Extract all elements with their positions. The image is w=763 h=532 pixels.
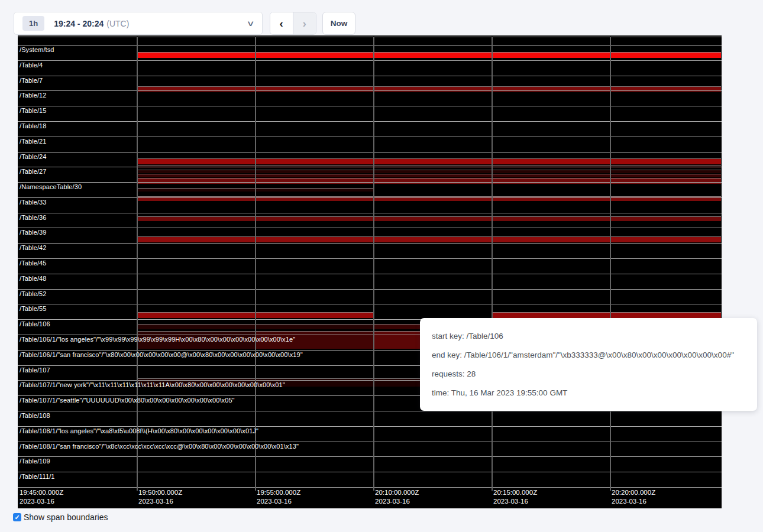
span-boundary-line (18, 426, 722, 427)
tooltip-line: end key: /Table/106/1/"amsterdam"/"\xb33… (432, 351, 751, 359)
row-label: /Table/107 (20, 366, 50, 374)
heat-band[interactable] (137, 158, 255, 164)
heat-band[interactable] (137, 178, 255, 184)
row-label: /Table/108/1/"los angeles"/"\xa8\xf5\u00… (20, 427, 258, 434)
chevron-right-icon: › (303, 18, 306, 29)
row-label: /Table/106/1/"san francisco"/"\x80\x00\x… (20, 351, 303, 358)
time-axis-label: 20:10:00.000Z2023-03-16 (375, 488, 419, 506)
heat-band[interactable] (492, 236, 610, 242)
span-boundary-line (18, 411, 722, 411)
heat-band[interactable] (492, 158, 610, 164)
span-boundary-line (18, 37, 722, 37)
heat-band[interactable] (610, 52, 721, 58)
time-axis-label: 19:55:00.000Z2023-03-16 (257, 488, 300, 506)
heat-band[interactable] (492, 52, 610, 58)
row-label: /Table/42 (20, 244, 47, 251)
span-boundary-line (18, 152, 722, 153)
row-label: /Table/55 (20, 305, 47, 312)
chevron-down-icon: ∨ (247, 19, 255, 28)
heat-band[interactable] (610, 170, 721, 173)
heat-band[interactable] (373, 174, 492, 177)
span-boundary-line (18, 90, 722, 91)
heat-band[interactable] (137, 174, 255, 177)
span-boundary-line (18, 213, 722, 213)
heat-band[interactable] (492, 312, 610, 318)
heat-band[interactable] (373, 178, 492, 184)
heat-band[interactable] (137, 312, 255, 318)
heat-band[interactable] (255, 216, 373, 221)
row-label: /Table/106/1/"los angeles"/"\x99\x99\x99… (20, 336, 295, 343)
row-label: /Table/21 (20, 138, 47, 145)
chevron-left-icon: ‹ (280, 18, 283, 29)
heat-band[interactable] (610, 158, 721, 164)
row-label: /Table/4 (20, 61, 43, 69)
heat-band[interactable] (373, 158, 492, 164)
time-gridline (137, 37, 138, 491)
range-timezone: (UTC) (106, 19, 129, 28)
heat-band[interactable] (255, 170, 373, 173)
row-label: /Table/15 (20, 107, 47, 114)
heat-band[interactable] (255, 178, 373, 184)
heat-band[interactable] (137, 170, 255, 173)
row-label: /Table/107/1/"new york"/"\x11\x11\x11\x1… (20, 381, 285, 388)
heat-band[interactable] (255, 324, 373, 329)
heat-band[interactable] (137, 188, 255, 192)
time-range-selector[interactable]: 1h 19:24 - 20:24 (UTC) ∨ (14, 12, 263, 35)
row-label: /Table/106 (20, 320, 50, 327)
time-axis-label: 20:15:00.000Z2023-03-16 (493, 488, 537, 506)
previous-range-button[interactable]: ‹ (270, 12, 293, 34)
range-text: 19:24 - 20:24 (54, 19, 104, 28)
heat-band[interactable] (492, 216, 610, 221)
heat-band[interactable] (255, 312, 373, 318)
span-boundary-line (18, 167, 722, 167)
heat-band[interactable] (492, 170, 610, 173)
heat-band[interactable] (255, 158, 373, 164)
key-visualizer-canvas[interactable]: /System/tsd/Table/4/Table/7/Table/12/Tab… (18, 35, 722, 508)
next-range-button[interactable]: › (293, 12, 316, 34)
row-label: /Table/24 (20, 153, 47, 160)
time-gridline (610, 37, 611, 491)
span-boundary-line (18, 274, 722, 274)
row-label: /Table/12 (20, 92, 47, 99)
time-axis-label: 20:20:00.000Z2023-03-16 (612, 488, 655, 506)
now-button[interactable]: Now (322, 12, 355, 35)
row-label: /Table/109 (20, 458, 50, 465)
heat-band[interactable] (610, 236, 721, 242)
hover-tooltip: start key: /Table/106end key: /Table/106… (420, 318, 757, 411)
span-boundary-line (18, 304, 722, 304)
heat-band[interactable] (610, 178, 721, 184)
show-span-boundaries-checkbox[interactable]: ✓ (13, 513, 21, 521)
span-boundary-line (18, 258, 722, 259)
span-boundary-line (18, 106, 722, 106)
heat-band[interactable] (137, 216, 255, 221)
span-boundary-line (18, 182, 722, 183)
heat-band[interactable] (373, 236, 492, 242)
row-label: /Table/108 (20, 412, 50, 419)
span-boundary-line (18, 45, 722, 46)
span-boundary-line (18, 456, 722, 457)
show-span-boundaries-label: Show span boundaries (24, 512, 108, 522)
heat-band[interactable] (255, 236, 373, 242)
time-axis-label: 19:50:00.000Z2023-03-16 (138, 488, 182, 506)
tooltip-line: start key: /Table/106 (432, 332, 751, 340)
heat-band[interactable] (137, 52, 255, 58)
heat-band[interactable] (610, 174, 721, 177)
heat-band[interactable] (610, 216, 721, 221)
row-label: /Table/18 (20, 122, 47, 129)
heat-band[interactable] (137, 324, 255, 329)
heat-band[interactable] (373, 170, 492, 173)
heat-band[interactable] (255, 52, 373, 58)
row-label: /NamespaceTable/30 (20, 183, 82, 190)
heat-band[interactable] (255, 188, 373, 192)
row-label: /Table/33 (20, 199, 47, 206)
heat-band[interactable] (492, 174, 610, 177)
span-boundary-line (18, 121, 722, 122)
heat-band[interactable] (373, 52, 492, 58)
heat-band[interactable] (137, 236, 255, 242)
footer: ✓ Show span boundaries (13, 512, 108, 522)
heat-band[interactable] (610, 312, 721, 318)
heat-band[interactable] (255, 174, 373, 177)
heat-band[interactable] (373, 216, 492, 221)
span-boundary-line (18, 289, 722, 290)
heat-band[interactable] (492, 178, 610, 184)
